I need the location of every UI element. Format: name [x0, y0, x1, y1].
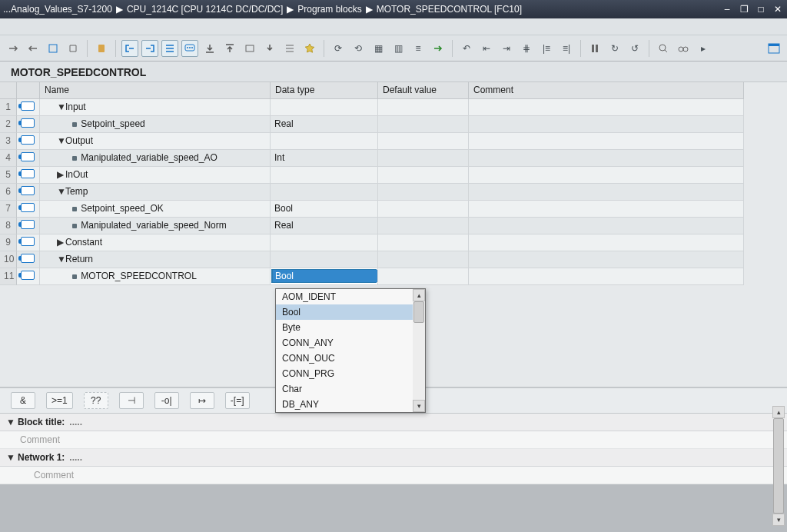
- name-cell[interactable]: ▼Temp: [40, 184, 271, 201]
- tb-btn[interactable]: |≡: [538, 40, 555, 57]
- pal-or[interactable]: >=1: [46, 392, 73, 409]
- tb-paste-button[interactable]: [93, 40, 110, 57]
- comment-cell[interactable]: [469, 234, 744, 251]
- iface-section-row[interactable]: 10▼Return: [0, 251, 787, 268]
- name-cell[interactable]: ▼Input: [40, 99, 271, 116]
- pal-coil[interactable]: -o|: [154, 392, 179, 409]
- comment-cell[interactable]: [469, 150, 744, 167]
- tb-btn[interactable]: ⟳: [330, 40, 347, 57]
- comment-cell[interactable]: [469, 251, 744, 268]
- name-cell[interactable]: Manipulated_variable_speed_Norm: [40, 218, 271, 234]
- col-comment[interactable]: Comment: [469, 82, 744, 99]
- dropdown-item[interactable]: CONN_ANY: [276, 335, 413, 351]
- tb-go-button[interactable]: [430, 40, 447, 57]
- iface-var-row[interactable]: 8 Manipulated_variable_speed_NormReal: [0, 218, 787, 234]
- col-name[interactable]: Name: [40, 82, 271, 99]
- tb-btn[interactable]: ↺: [626, 40, 643, 57]
- tb-btn[interactable]: ▦: [370, 40, 387, 57]
- pal-branch[interactable]: ↦: [190, 392, 214, 409]
- comment-cell[interactable]: [469, 268, 744, 285]
- default-cell[interactable]: [378, 167, 469, 184]
- name-cell[interactable]: ▼Return: [40, 251, 271, 268]
- restore-icon[interactable]: ❐: [738, 4, 750, 15]
- pal-assign[interactable]: -[=]: [225, 392, 250, 409]
- name-cell[interactable]: Setpoint_speed: [40, 116, 271, 133]
- iface-section-row[interactable]: 5▶InOut: [0, 167, 787, 184]
- tb-btn[interactable]: ⇤: [478, 40, 495, 57]
- datatype-cell[interactable]: [271, 167, 378, 184]
- tb-btn[interactable]: ≡: [410, 40, 427, 57]
- tb-btn[interactable]: [261, 40, 278, 57]
- default-cell[interactable]: [378, 99, 469, 116]
- dropdown-item[interactable]: AOM_IDENT: [276, 289, 413, 304]
- col-default[interactable]: Default value: [378, 82, 469, 99]
- dropdown-item[interactable]: Char: [276, 381, 413, 397]
- comment-cell[interactable]: [469, 99, 744, 116]
- tb-btn[interactable]: [25, 40, 42, 57]
- tb-pause-button[interactable]: [586, 40, 603, 57]
- col-datatype[interactable]: Data type: [271, 82, 378, 99]
- tb-outdent-button[interactable]: [121, 40, 138, 57]
- default-cell[interactable]: [378, 184, 469, 201]
- block-title-row[interactable]: ▼ Block title: .....: [0, 414, 787, 431]
- tb-download-button[interactable]: [201, 40, 218, 57]
- iface-var-row[interactable]: 4 Manipulated_variable_speed_AOInt: [0, 150, 787, 167]
- tb-btn[interactable]: [65, 40, 81, 57]
- dropdown-item[interactable]: CONN_OUC: [276, 351, 413, 366]
- iface-section-row[interactable]: 1▼Input: [0, 99, 787, 116]
- iface-section-row[interactable]: 6▼Temp: [0, 184, 787, 201]
- breadcrumb-item[interactable]: ...Analog_Values_S7-1200: [3, 4, 112, 15]
- tb-btn[interactable]: ↶: [458, 40, 475, 57]
- default-cell[interactable]: [378, 218, 469, 234]
- tb-btn[interactable]: ≡|: [558, 40, 575, 57]
- datatype-dropdown[interactable]: AOM_IDENTBoolByteCONN_ANYCONN_OUCCONN_PR…: [275, 288, 426, 413]
- scroll-down-icon[interactable]: ▾: [772, 514, 785, 526]
- scroll-thumb[interactable]: [773, 418, 784, 514]
- tb-glasses-button[interactable]: [675, 40, 692, 57]
- tb-btn[interactable]: ↻: [606, 40, 623, 57]
- collapse-icon[interactable]: ▼: [57, 101, 64, 112]
- tb-btn[interactable]: ⋕: [518, 40, 535, 57]
- datatype-cell[interactable]: Real: [271, 218, 378, 234]
- collapse-icon[interactable]: ▼: [57, 135, 64, 146]
- dropdown-item[interactable]: CONN_PRG: [276, 366, 413, 381]
- breadcrumb-item[interactable]: Program blocks: [297, 4, 361, 15]
- maximize-icon[interactable]: □: [755, 4, 767, 15]
- close-icon[interactable]: ✕: [772, 4, 784, 15]
- vertical-scrollbar[interactable]: ▴ ▾: [772, 406, 785, 526]
- minimize-icon[interactable]: –: [721, 4, 733, 15]
- breadcrumb-item[interactable]: MOTOR_SPEEDCONTROL [FC10]: [377, 4, 522, 15]
- default-cell[interactable]: [378, 234, 469, 251]
- breadcrumb-item[interactable]: CPU_1214C [CPU 1214C DC/DC/DC]: [127, 4, 283, 15]
- tb-comment-button[interactable]: [181, 40, 198, 57]
- tb-btn[interactable]: ⇥: [498, 40, 515, 57]
- tb-more-button[interactable]: ▸: [695, 40, 712, 57]
- pal-contact[interactable]: ⊣: [119, 392, 144, 409]
- iface-section-row[interactable]: 3▼Output: [0, 133, 787, 150]
- tb-btn[interactable]: [241, 40, 258, 57]
- datatype-cell[interactable]: Int: [271, 150, 378, 167]
- name-cell[interactable]: Setpoint_speed_OK: [40, 201, 271, 218]
- tb-btn[interactable]: [5, 40, 22, 57]
- iface-var-row[interactable]: 7 Setpoint_speed_OKBool: [0, 201, 787, 218]
- collapse-icon[interactable]: ▼: [57, 186, 64, 197]
- name-cell[interactable]: ▼Output: [40, 133, 271, 150]
- name-cell[interactable]: ▶InOut: [40, 167, 271, 184]
- network-row[interactable]: ▼ Network 1: .....: [0, 449, 787, 467]
- name-cell[interactable]: Manipulated_variable_speed_AO: [40, 150, 271, 167]
- name-cell[interactable]: MOTOR_SPEEDCONTROL: [40, 268, 271, 285]
- tb-upload-button[interactable]: [221, 40, 238, 57]
- datatype-cell[interactable]: [271, 251, 378, 268]
- datatype-input[interactable]: [273, 270, 378, 282]
- tb-panel-button[interactable]: [765, 40, 782, 57]
- dropdown-item[interactable]: Bool: [276, 304, 413, 320]
- comment-cell[interactable]: [469, 201, 744, 218]
- pal-box[interactable]: ??: [84, 392, 108, 409]
- default-cell[interactable]: [378, 116, 469, 133]
- datatype-cell[interactable]: Bool: [271, 201, 378, 218]
- comment-cell[interactable]: [469, 167, 744, 184]
- datatype-cell[interactable]: [271, 184, 378, 201]
- default-cell[interactable]: [378, 133, 469, 150]
- collapse-icon[interactable]: ▼: [6, 417, 13, 427]
- comment-cell[interactable]: [469, 133, 744, 150]
